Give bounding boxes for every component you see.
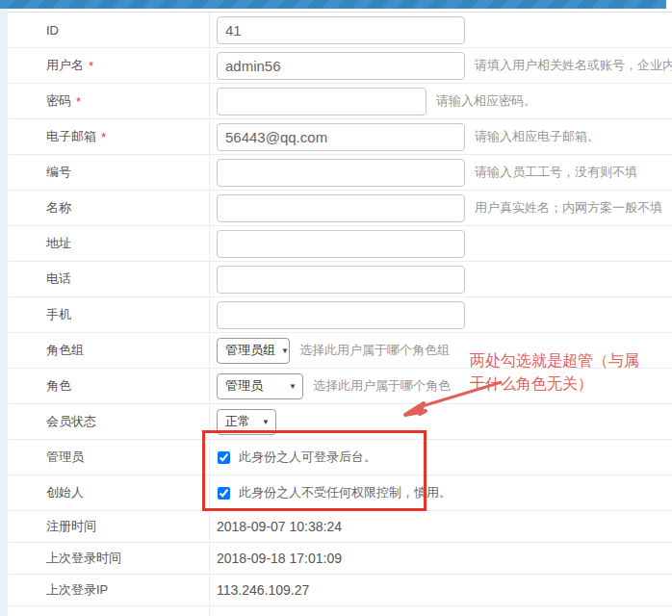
mobile-value-cell — [210, 297, 672, 332]
form-row-id: ID — [8, 13, 672, 48]
password-label: 密码* — [8, 84, 210, 118]
founder-label: 创始人 — [8, 475, 210, 510]
required-star-icon: * — [76, 94, 81, 109]
member-status-selected-value: 正常 — [225, 413, 250, 430]
dropdown-arrow-icon: ▼ — [281, 346, 289, 355]
form-row-phone: 电话 — [8, 262, 672, 297]
dropdown-arrow-icon: ▼ — [262, 418, 270, 426]
member-status-select[interactable]: 正常▼ — [217, 409, 276, 435]
role-group-hint: 选择此用户属于哪个角色组 — [299, 342, 450, 359]
last-login-ip-label: 上次登录IP — [8, 575, 210, 605]
dropdown-arrow-icon: ▼ — [289, 382, 297, 391]
form-row-name: 名称用户真实姓名；内网方案一般不填 — [8, 191, 672, 226]
form-row-member-status: 会员状态正常▼ — [8, 404, 672, 440]
admin-checkbox[interactable] — [218, 451, 230, 464]
admin-checkbox-label: 此身份之人可登录后台。 — [239, 449, 376, 466]
form-table: ID用户名*请填入用户相关姓名或账号，企业内网方密码*请输入相应密码。电子邮箱*… — [8, 12, 672, 616]
register-time-value-cell: 2018-09-07 10:38:24 — [210, 511, 672, 542]
register-time-label: 注册时间 — [8, 511, 210, 542]
form-row-mobile: 手机 — [8, 297, 672, 333]
phone-label: 电话 — [8, 262, 210, 296]
id-input[interactable] — [217, 16, 465, 44]
form-row-password: 密码*请输入相应密码。 — [8, 84, 672, 119]
empty-label — [8, 606, 210, 616]
form-row-last-login-time: 上次登录时间2018-09-18 17:01:09 — [8, 543, 672, 575]
name-hint: 用户真实姓名；内网方案一般不填 — [475, 199, 662, 217]
number-value-cell: 请输入员工工号，没有则不填 — [210, 155, 672, 190]
member-status-value-cell: 正常▼ — [210, 404, 672, 439]
form-row-register-time: 注册时间2018-09-07 10:38:24 — [8, 511, 672, 543]
last-login-time-label: 上次登录时间 — [8, 543, 210, 574]
required-star-icon: * — [101, 130, 106, 144]
password-hint: 请输入相应密码。 — [436, 92, 536, 110]
password-value-cell: 请输入相应密码。 — [210, 84, 672, 118]
role-group-value-cell: 管理员组▼选择此用户属于哪个角色组 — [210, 333, 672, 368]
role-hint: 选择此用户属于哪个角色 — [313, 377, 451, 395]
top-striped-bar — [0, 0, 666, 9]
address-value-cell — [210, 226, 672, 261]
form-row-last-login-ip: 上次登录IP113.246.109.27 — [8, 575, 672, 606]
member-status-label: 会员状态 — [8, 404, 210, 439]
form-row-empty — [8, 606, 672, 616]
role-selected-value: 管理员 — [225, 377, 263, 395]
mobile-input[interactable] — [217, 301, 465, 329]
role-group-label: 角色组 — [8, 333, 210, 368]
name-value-cell: 用户真实姓名；内网方案一般不填 — [210, 191, 672, 225]
username-value-cell: 请填入用户相关姓名或账号，企业内网方 — [210, 48, 672, 83]
empty-value-cell — [210, 606, 672, 616]
email-label: 电子邮箱* — [8, 119, 210, 154]
email-hint: 请输入相应电子邮箱。 — [475, 128, 600, 145]
phone-value-cell — [210, 262, 672, 296]
phone-input[interactable] — [217, 266, 465, 294]
username-input[interactable] — [217, 52, 465, 80]
required-star-icon: * — [89, 59, 93, 73]
number-hint: 请输入员工工号，没有则不填 — [475, 164, 637, 181]
admin-value-cell: 此身份之人可登录后台。 — [210, 440, 672, 475]
form-row-founder: 创始人此身份之人不受任何权限控制，慎用。 — [8, 475, 672, 511]
last-login-time-text: 2018-09-18 17:01:09 — [217, 551, 342, 566]
role-value-cell: 管理员▼选择此用户属于哪个角色 — [210, 369, 672, 403]
form-row-admin: 管理员此身份之人可登录后台。 — [8, 440, 672, 475]
form-row-username: 用户名*请填入用户相关姓名或账号，企业内网方 — [8, 48, 672, 84]
register-time-text: 2018-09-07 10:38:24 — [217, 519, 342, 534]
role-group-select[interactable]: 管理员组▼ — [217, 338, 290, 364]
mobile-label: 手机 — [8, 297, 210, 332]
page-left-margin — [0, 9, 8, 616]
email-value-cell: 请输入相应电子邮箱。 — [210, 119, 672, 154]
form-row-role: 角色管理员▼选择此用户属于哪个角色 — [8, 369, 672, 404]
role-select[interactable]: 管理员▼ — [217, 373, 303, 399]
number-input[interactable] — [217, 159, 465, 187]
role-group-selected-value: 管理员组 — [225, 342, 275, 359]
last-login-ip-value-cell: 113.246.109.27 — [210, 575, 672, 605]
address-label: 地址 — [8, 226, 210, 261]
form-row-email: 电子邮箱*请输入相应电子邮箱。 — [8, 119, 672, 155]
id-value-cell — [210, 13, 672, 47]
form-row-address: 地址 — [8, 226, 672, 262]
address-input[interactable] — [217, 230, 465, 258]
username-label: 用户名* — [8, 48, 210, 83]
founder-value-cell: 此身份之人不受任何权限控制，慎用。 — [210, 475, 672, 510]
form-row-number: 编号请输入员工工号，没有则不填 — [8, 155, 672, 191]
password-input[interactable] — [217, 88, 426, 116]
name-label: 名称 — [8, 191, 210, 225]
email-input[interactable] — [217, 123, 465, 151]
role-label: 角色 — [8, 369, 210, 403]
name-input[interactable] — [217, 194, 465, 222]
number-label: 编号 — [8, 155, 210, 190]
username-hint: 请填入用户相关姓名或账号，企业内网方 — [475, 57, 672, 74]
last-login-ip-text: 113.246.109.27 — [217, 582, 309, 598]
form-row-role-group: 角色组管理员组▼选择此用户属于哪个角色组 — [8, 333, 672, 369]
founder-checkbox-label: 此身份之人不受任何权限控制，慎用。 — [239, 484, 452, 501]
id-label: ID — [8, 13, 210, 47]
last-login-time-value-cell: 2018-09-18 17:01:09 — [210, 543, 672, 574]
founder-checkbox[interactable] — [218, 487, 230, 500]
admin-label: 管理员 — [8, 440, 210, 475]
